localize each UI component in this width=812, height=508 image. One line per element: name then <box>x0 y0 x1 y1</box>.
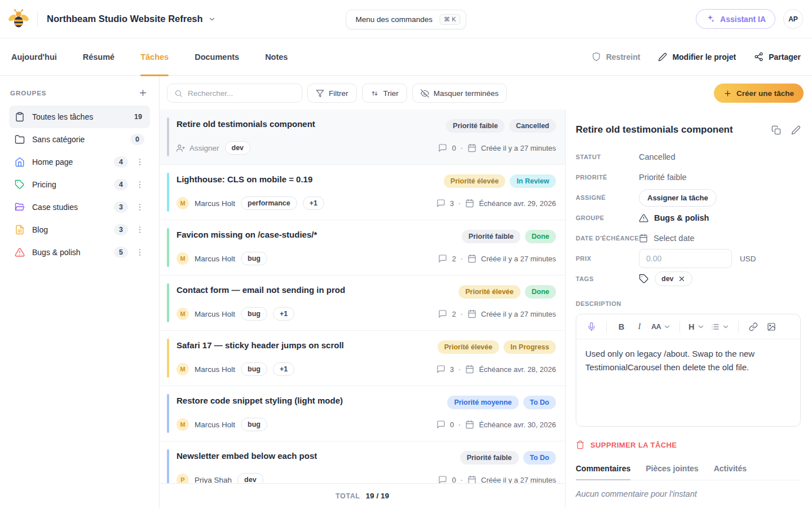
status-value[interactable]: Cancelled <box>639 152 676 161</box>
kebab-menu-icon[interactable] <box>135 203 144 212</box>
visibility-label: Restreint <box>606 52 641 62</box>
sidebar-item-label: Blog <box>32 225 107 234</box>
app-header: Northbeam Studio Website Refresh Menu de… <box>0 0 812 38</box>
home-icon <box>15 157 25 167</box>
assignee-avatar: P <box>176 474 189 483</box>
filter-button[interactable]: Filtrer <box>307 84 357 103</box>
create-task-button[interactable]: Créer une tâche <box>714 84 804 103</box>
tag-chip[interactable]: bug <box>241 362 267 376</box>
link-button[interactable] <box>745 318 762 335</box>
tab-aujourd-hui[interactable]: Aujourd'hui <box>11 38 57 76</box>
add-group-button[interactable] <box>138 88 148 98</box>
detail-tab-pieces-jointes[interactable]: Pièces jointes <box>646 464 698 480</box>
tab-resume[interactable]: Résumé <box>83 38 114 76</box>
task-row[interactable]: Newsletter embed below each postPriorité… <box>160 441 565 483</box>
user-avatar[interactable]: AP <box>783 9 803 29</box>
tag-chip[interactable]: bug <box>241 307 267 321</box>
more-tags-chip[interactable]: +1 <box>273 362 294 376</box>
task-row[interactable]: Contact form — email not sending in prod… <box>160 275 565 331</box>
priority-badge: Priorité faible <box>460 451 519 465</box>
eye-off-icon <box>421 89 429 98</box>
text-size-dropdown[interactable]: AA <box>649 318 673 335</box>
sparkles-icon <box>705 14 715 24</box>
mic-icon[interactable] <box>583 318 600 335</box>
tab-taches[interactable]: Tâches <box>140 38 169 76</box>
task-row[interactable]: Restore code snippet styling (light mode… <box>160 386 565 441</box>
list-icon <box>710 322 720 331</box>
command-menu-button[interactable]: Menu des commandes ⌘ K <box>346 10 466 29</box>
heading-dropdown[interactable]: H <box>686 318 707 335</box>
copy-icon[interactable] <box>771 125 781 135</box>
tag-chip[interactable]: dev <box>655 271 692 286</box>
task-date: Créée il y a 27 minutes <box>481 144 556 152</box>
sort-button[interactable]: Trier <box>362 84 407 103</box>
bold-button[interactable]: B <box>613 318 630 335</box>
kebab-menu-icon[interactable] <box>135 180 144 189</box>
task-row[interactable]: Lighthouse: CLS on mobile = 0.19Priorité… <box>160 165 565 220</box>
tag-chip[interactable]: bug <box>241 252 267 265</box>
tag-icon[interactable] <box>639 274 649 284</box>
tag-chip[interactable]: dev <box>225 141 251 155</box>
edit-title-icon[interactable] <box>791 125 801 135</box>
comment-count: 2 <box>452 310 456 318</box>
visibility-button[interactable]: Restreint <box>592 52 641 62</box>
detail-tab-activites[interactable]: Activités <box>714 464 747 480</box>
message-icon <box>438 475 447 483</box>
field-status: STATUT Cancelled <box>576 147 801 167</box>
description-text[interactable]: Used only on legacy /about. Swap to the … <box>576 339 800 426</box>
hide-done-button[interactable]: Masquer terminées <box>412 84 508 103</box>
funnel-icon <box>316 89 324 98</box>
kebab-menu-icon[interactable] <box>135 225 144 234</box>
tab-notes[interactable]: Notes <box>265 38 288 76</box>
search-input[interactable] <box>188 89 295 98</box>
assign-button[interactable]: Assigner <box>176 144 219 152</box>
sidebar-item-case-studies[interactable]: Case studies3 <box>9 196 150 218</box>
project-switcher[interactable]: Northbeam Studio Website Refresh <box>47 14 216 24</box>
share-label: Partager <box>769 52 801 62</box>
italic-button[interactable]: I <box>631 318 648 335</box>
kebab-menu-icon[interactable] <box>135 157 144 167</box>
clipboard-icon <box>15 112 25 122</box>
status-badge: In Review <box>510 174 556 188</box>
calendar-icon <box>467 143 476 152</box>
share-button[interactable]: Partager <box>754 52 801 62</box>
remove-tag-icon[interactable] <box>678 275 686 283</box>
task-row[interactable]: Retire old testimonials componentPriorit… <box>160 110 565 165</box>
detail-tab-commentaires[interactable]: Commentaires <box>576 464 630 480</box>
more-tags-chip[interactable]: +1 <box>273 307 294 321</box>
assignee-name: Marcus Holt <box>195 365 235 374</box>
group-value[interactable]: Bugs & polish <box>639 213 709 223</box>
select-date-button[interactable]: Select date <box>639 234 695 243</box>
pencil-icon <box>658 52 667 62</box>
tab-documents[interactable]: Documents <box>195 38 239 76</box>
sidebar-item-pricing[interactable]: Pricing4 <box>9 173 150 196</box>
tag-chip[interactable]: performance <box>241 196 297 210</box>
divider <box>37 12 38 27</box>
task-row[interactable]: Safari 17 — sticky header jumps on scrol… <box>160 331 565 386</box>
task-row[interactable]: Favicon missing on /case-studies/*Priori… <box>160 220 565 275</box>
search-box[interactable] <box>167 84 302 103</box>
sidebar-item-sans-categorie[interactable]: Sans catégorie0 <box>9 128 150 151</box>
task-color-bar <box>167 228 169 267</box>
price-input[interactable] <box>639 249 732 268</box>
priority-value[interactable]: Priorité faible <box>639 173 687 182</box>
sidebar-item-bugs-polish[interactable]: Bugs & polish5 <box>9 241 150 264</box>
assignee-name: Marcus Holt <box>195 310 235 318</box>
sidebar-item-home-page[interactable]: Home page4 <box>9 151 150 173</box>
image-button[interactable] <box>763 318 780 335</box>
sidebar-item-blog[interactable]: Blog3 <box>9 218 150 241</box>
assign-task-button[interactable]: Assigner la tâche <box>639 189 717 207</box>
tag-chip[interactable]: dev <box>237 473 263 483</box>
chevron-down-icon <box>697 323 705 331</box>
list-dropdown[interactable] <box>708 318 732 335</box>
more-tags-chip[interactable]: +1 <box>303 196 324 210</box>
sidebar-item-toutes-les-taches[interactable]: Toutes les tâches19 <box>9 106 150 128</box>
task-title: Safari 17 — sticky header jumps on scrol… <box>176 340 344 350</box>
ai-assistant-button[interactable]: Assistant IA <box>696 9 775 29</box>
delete-task-button[interactable]: SUPPRIMER LA TÂCHE <box>576 440 801 449</box>
status-badge: Done <box>525 285 556 299</box>
edit-project-button[interactable]: Modifier le projet <box>658 52 736 62</box>
kebab-menu-icon[interactable] <box>135 248 144 257</box>
tag-chip[interactable]: bug <box>241 418 267 431</box>
field-tags: TAGS dev <box>576 269 801 289</box>
